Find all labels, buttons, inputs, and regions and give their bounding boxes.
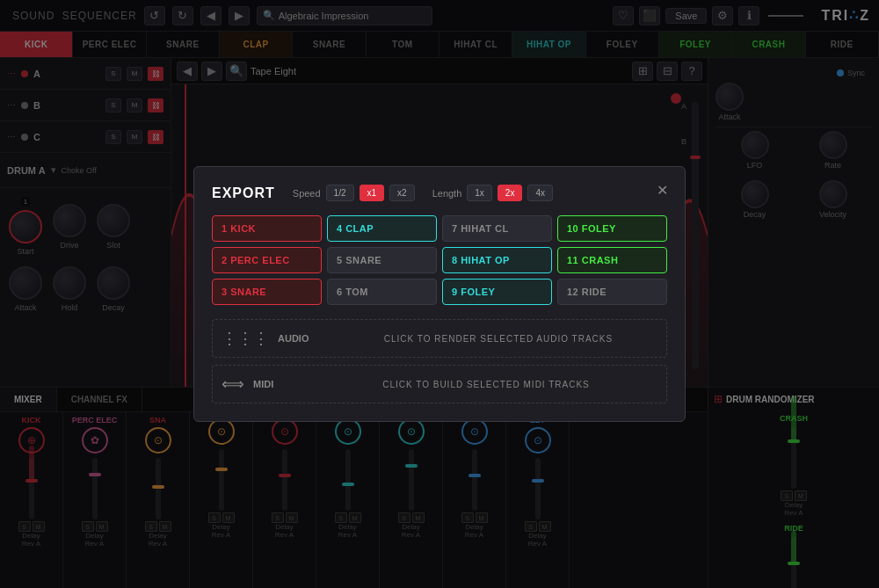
track-tom[interactable]: 6 TOM	[327, 279, 437, 305]
length-2x[interactable]: 2x	[498, 185, 523, 201]
modal-close-button[interactable]: ✕	[651, 179, 672, 200]
export-modal: EXPORT Speed 1/2 x1 x2 Length 1x 2x 4x ✕	[193, 166, 686, 422]
export-actions: ⋮⋮⋮ AUDIO CLICK TO RENDER SELECTED AUDIO…	[212, 319, 667, 403]
audio-icon: ⋮⋮⋮	[222, 329, 269, 348]
track-kick[interactable]: 1 KICK	[212, 215, 322, 242]
track-hihat-op[interactable]: 8 HIHAT OP	[442, 247, 552, 273]
track-crash[interactable]: 11 CRASH	[557, 247, 667, 273]
track-hihat-cl[interactable]: 7 HIHAT CL	[442, 215, 552, 242]
midi-build-row[interactable]: ⟺ MIDI CLICK TO BUILD SELECTED MIDI TRAC…	[212, 365, 667, 403]
modal-header: EXPORT Speed 1/2 x1 x2 Length 1x 2x 4x ✕	[212, 185, 667, 201]
track-ride[interactable]: 12 RIDE	[557, 279, 667, 305]
midi-icon: ⟺	[222, 374, 244, 394]
midi-desc: CLICK TO BUILD SELECTED MIDI TRACKS	[315, 380, 657, 389]
length-1x[interactable]: 1x	[467, 185, 492, 201]
length-label: Length	[432, 188, 462, 199]
track-clap[interactable]: 4 CLAP	[327, 215, 437, 242]
speed-label: Speed	[293, 188, 321, 199]
length-4x[interactable]: 4x	[527, 185, 553, 201]
speed-x1[interactable]: x1	[360, 185, 385, 201]
modal-length-section: Length 1x 2x 4x	[432, 185, 553, 201]
speed-half[interactable]: 1/2	[326, 185, 354, 201]
audio-label: AUDIO	[278, 333, 331, 344]
modal-speed-section: Speed 1/2 x1 x2	[293, 185, 415, 201]
midi-label: MIDI	[253, 379, 306, 389]
track-foley2[interactable]: 9 FOLEY	[442, 279, 552, 305]
track-perc-elec[interactable]: 2 PERC ELEC	[212, 247, 322, 273]
track-snare[interactable]: 5 SNARE	[327, 247, 437, 273]
modal-overlay[interactable]: EXPORT Speed 1/2 x1 x2 Length 1x 2x 4x ✕	[0, 0, 879, 588]
speed-x2[interactable]: x2	[389, 185, 415, 201]
track-foley1[interactable]: 10 FOLEY	[557, 215, 667, 242]
track-snare2[interactable]: 3 SNARE	[212, 279, 322, 305]
track-grid: 1 KICK 4 CLAP 7 HIHAT CL 10 FOLEY 2 PERC…	[212, 215, 667, 305]
audio-render-row[interactable]: ⋮⋮⋮ AUDIO CLICK TO RENDER SELECTED AUDIO…	[212, 319, 667, 358]
audio-desc: CLICK TO RENDER SELECTED AUDIO TRACKS	[339, 334, 657, 344]
modal-title: EXPORT	[212, 185, 275, 201]
